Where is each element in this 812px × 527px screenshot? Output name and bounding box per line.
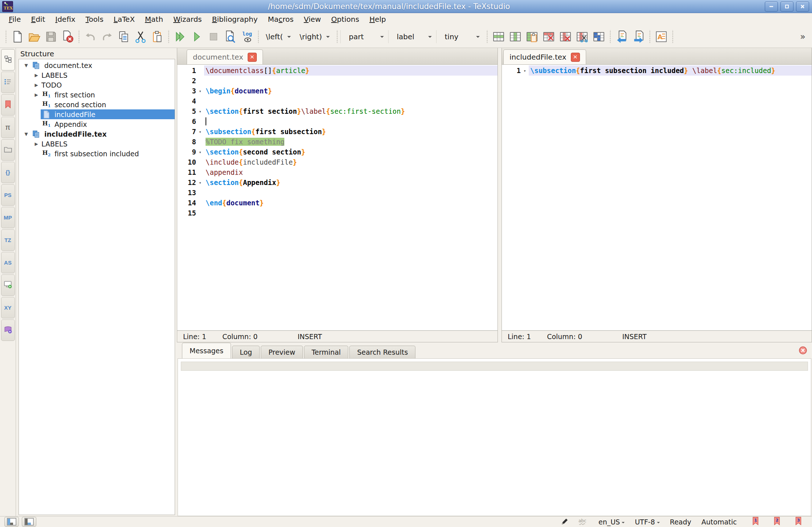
sidebar-brackets-button[interactable]: {} [1,162,15,183]
cut-button[interactable] [132,28,149,45]
expander-closed-icon[interactable]: ▶ [32,73,41,78]
sidebar-pdf-viewer-button[interactable] [1,319,15,341]
toolbar-grip[interactable] [167,30,170,44]
copy-button[interactable] [115,28,132,45]
structure-item[interactable]: ▶H1first section [19,90,175,100]
code-area-right[interactable]: 1▾\subsection{first subsection included}… [502,65,812,330]
format-text-button[interactable]: A [653,28,670,45]
build-and-view-button[interactable] [172,28,188,45]
close-document-button[interactable] [59,28,76,45]
bookmark-3-icon[interactable]: 3 [795,517,802,527]
cut-table-column-button[interactable] [574,28,590,45]
menu-math[interactable]: Math [140,14,168,24]
previous-document-button[interactable] [613,28,630,45]
sidebar-tikz-button[interactable]: TZ [1,229,15,251]
sidebar-todo-list-button[interactable] [1,72,15,93]
bookmark-2-icon[interactable]: 2 [774,517,780,527]
menu-help[interactable]: Help [364,14,391,24]
fold-arrow-icon[interactable]: ▾ [521,68,529,73]
structure-item[interactable]: H1second section [19,100,175,109]
expander-closed-icon[interactable]: ▶ [32,83,41,88]
menu-latex[interactable]: LaTeX [109,14,140,24]
structure-item[interactable]: ▶LABELS [19,139,175,149]
code-line[interactable]: 12▾\section{Appendix} [177,177,498,188]
code-line[interactable]: 1\documentclass[]{article} [177,65,498,76]
tab-document-tex[interactable]: document.tex ✕ [187,49,263,64]
view-button[interactable] [188,28,205,45]
sidebar-metapost-button[interactable]: MP [1,207,15,228]
new-document-button[interactable] [9,28,26,45]
sidebar-bookmarks-button[interactable] [1,94,15,116]
menu-wizards[interactable]: Wizards [168,14,207,24]
toolbar-grip[interactable] [5,30,7,44]
code-line[interactable]: 8%TODO fix something [177,137,498,147]
structure-item[interactable]: ▼includedFile.tex [19,129,175,139]
references-combo[interactable]: label [388,30,436,43]
code-area-left[interactable]: 1\documentclass[]{article}23▾\begin{docu… [177,65,498,330]
structure-item[interactable]: ▶TODO [19,80,175,90]
encoding-selector[interactable]: UTF-8 [635,518,659,526]
close-messages-panel-button[interactable] [798,346,808,355]
maximize-button[interactable] [780,1,793,12]
fold-arrow-icon[interactable]: ▾ [196,149,204,155]
next-document-button[interactable] [630,28,647,45]
fold-arrow-icon[interactable]: ▾ [196,180,204,185]
sidebar-asymptote-button[interactable]: AS [1,252,15,273]
bottom-tab-terminal[interactable]: Terminal [304,346,348,358]
menu-bibliography[interactable]: Bibliography [207,14,263,24]
font-size-combo[interactable]: tiny [436,30,484,43]
language-selector[interactable]: en_US [598,518,625,526]
expander-open-icon[interactable]: ▼ [22,63,31,68]
code-line[interactable]: 6 [177,116,498,126]
code-line[interactable]: 9▾\section{second section} [177,147,498,157]
toolbar-grip[interactable] [78,30,80,44]
code-line[interactable]: 3▾\begin{document} [177,86,498,96]
sidebar-files-button[interactable] [1,139,15,161]
left-delimiter-dropdown[interactable]: \left( [261,30,295,43]
code-line[interactable]: 15 [177,208,498,218]
cursor-tool-icon[interactable] [561,518,568,526]
sidebar-math-symbols-button[interactable]: π [1,117,15,138]
code-line[interactable]: 11\appendix [177,167,498,177]
paste-table-column-button[interactable] [524,28,540,45]
bottom-tab-search-results[interactable]: Search Results [349,346,415,358]
structure-item[interactable]: ▼document.tex [19,60,175,70]
open-document-button[interactable] [26,28,42,45]
expander-closed-icon[interactable]: ▶ [32,141,41,146]
code-line[interactable]: 10\include{includedFile} [177,157,498,167]
sidebar-xy-button[interactable]: XY [1,297,15,318]
menu-idefix[interactable]: Idefix [50,14,80,24]
code-line[interactable]: 2 [177,76,498,86]
code-line[interactable]: 5▾\section{first section}\label{sec:firs… [177,106,498,116]
remove-table-row-button[interactable] [540,28,557,45]
editor-splitter[interactable] [498,48,502,342]
align-table-columns-button[interactable] [590,28,607,45]
menu-view[interactable]: View [299,14,326,24]
close-button[interactable] [796,1,809,12]
structure-item[interactable]: includedFile [19,109,175,119]
fold-arrow-icon[interactable]: ▾ [196,108,204,114]
tab-close-icon[interactable]: ✕ [571,53,580,62]
structure-item[interactable]: ▶LABELS [19,70,175,80]
structure-item[interactable]: H1Appendix [19,119,175,129]
tab-includedfile-tex[interactable]: includedFile.tex ✕ [503,49,586,64]
toggle-sidepanel-button[interactable] [4,517,19,527]
toolbar-grip[interactable] [649,30,651,44]
paste-button[interactable] [149,28,166,45]
expander-open-icon[interactable]: ▼ [22,132,31,137]
sectioning-combo[interactable]: part [340,30,388,43]
fold-arrow-icon[interactable]: ▾ [196,88,204,94]
toolbar-grip[interactable] [336,30,338,44]
code-line[interactable]: 4 [177,96,498,106]
sidebar-terminal-button[interactable] [1,274,15,296]
bottom-tab-preview[interactable]: Preview [261,346,303,358]
code-line[interactable]: 14\end{document} [177,198,498,208]
menu-options[interactable]: Options [326,14,364,24]
right-delimiter-dropdown[interactable]: \right) [295,30,334,43]
minimize-button[interactable] [765,1,778,12]
menu-edit[interactable]: Edit [26,14,50,24]
menu-macros[interactable]: Macros [263,14,299,24]
sidebar-pstricks-button[interactable]: PS [1,184,15,206]
menu-file[interactable]: File [4,14,26,24]
bottom-tab-messages[interactable]: Messages [182,343,231,358]
